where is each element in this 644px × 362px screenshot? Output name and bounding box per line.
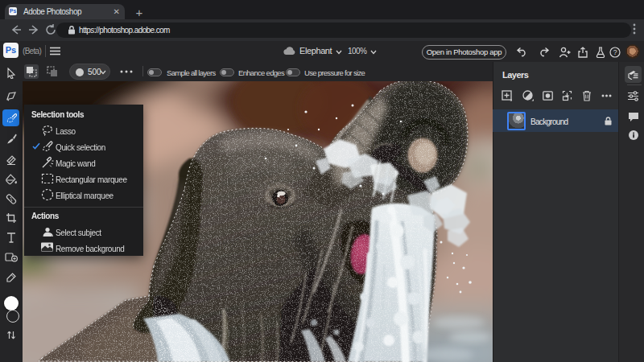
svg-text:?: ? xyxy=(613,48,617,56)
